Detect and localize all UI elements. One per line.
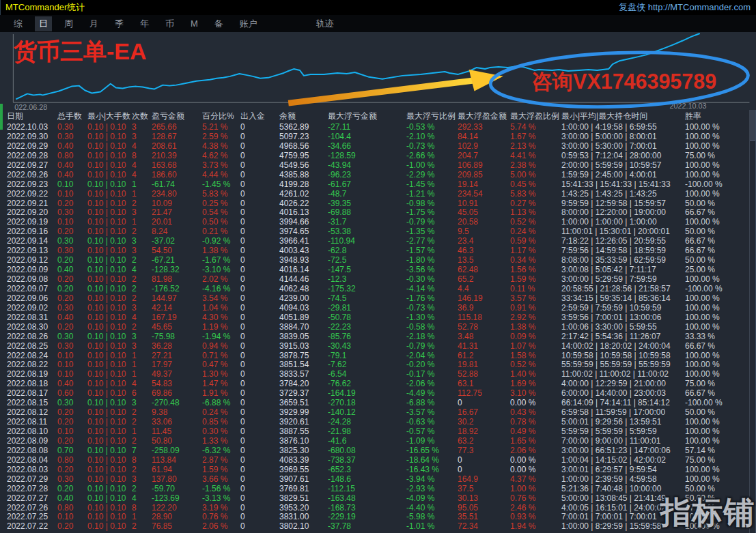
table-row[interactable]: 2022.09.080.200.10 | 0.10281.982.02 %041… [0,275,756,285]
cell: 8 [132,152,152,161]
column-header[interactable]: 盈亏金额 [152,110,202,123]
table-row[interactable]: 2022.07.260.800.10 | 0.108122.203.19 %03… [0,504,756,513]
table-row[interactable]: 2022.10.030.300.10 | 0.103265.665.21 %05… [0,123,756,132]
menu-item-日[interactable]: 日 [35,16,52,31]
vertical-scrollbar[interactable] [749,110,756,533]
table-row[interactable]: 2022.08.260.300.10 | 0.103-75.98-1.94 %0… [0,332,756,342]
table-row[interactable]: 2022.08.100.100.10 | 0.10111.450.30 %038… [0,427,756,437]
table-row[interactable]: 2022.07.290.300.10 | 0.103137.803.66 %03… [0,475,756,485]
table-row[interactable]: 2022.08.300.200.10 | 0.10245.651.19 %038… [0,323,756,332]
menu-item-年[interactable]: 年 [136,16,153,31]
column-header[interactable]: 总手数 [57,110,87,123]
menu-item-币[interactable]: 币 [161,16,178,31]
cell: 28.90 [152,513,202,522]
table-row[interactable]: 2022.08.110.200.10 | 0.10233.060.85 %039… [0,418,756,427]
column-header[interactable]: 最大浮盈金额 [458,110,510,123]
cell: -0.79 % [406,218,458,227]
cell: 100.00 % [685,304,756,313]
cell: 0.20 [57,437,87,446]
cell: 61.2 [458,351,510,361]
table-row[interactable]: 2022.09.060.200.10 | 0.102144.973.54 %04… [0,294,756,304]
column-header[interactable]: 最大浮亏比例 [406,110,458,123]
cell: 30.2 [458,418,510,427]
cell: 0 [240,256,279,265]
table-row[interactable]: 2022.09.260.400.10 | 0.104186.604.44 %04… [0,171,756,180]
table-row[interactable]: 2022.08.240.100.10 | 0.10127.210.71 %038… [0,351,756,361]
cell: -1.09 % [406,437,458,446]
table-row[interactable]: 2022.09.200.300.10 | 0.10321.470.54 %040… [0,208,756,218]
table-row[interactable]: 2022.07.250.100.10 | 0.10128.900.76 %038… [0,513,756,522]
cell: 3 [132,304,152,313]
column-header[interactable]: 胜率 [685,110,756,123]
menu-item-周[interactable]: 周 [60,16,77,31]
cell: 0.10 | 0.10 [87,522,132,532]
cell: 0.10 | 0.10 [87,437,132,446]
table-row[interactable]: 2022.08.190.100.10 | 0.10149.371.30 %038… [0,370,756,379]
column-header[interactable]: 最小|大手数 [87,110,132,123]
cell: 0.10 | 0.10 [87,294,132,304]
cell: 66.67 % [685,237,756,246]
menu-item-季[interactable]: 季 [111,16,128,31]
table-row[interactable]: 2022.08.120.200.10 | 0.1029.380.24 %0392… [0,408,756,418]
table-row[interactable]: 2022.09.130.300.10 | 0.10354.501.38 %040… [0,246,756,256]
cell: 3769.81 [279,485,328,494]
column-header[interactable]: 百分比% [202,110,240,123]
table-row[interactable]: 2022.09.300.300.10 | 0.103128.672.59 %05… [0,132,756,142]
table-row[interactable]: 2022.08.180.400.10 | 0.10454.831.47 %037… [0,379,756,389]
brand-link[interactable]: 复盘侠 http://MTCommander.com [619,1,756,14]
cell: 2 [132,465,152,475]
column-header[interactable]: 最大浮盈比例 [510,110,561,123]
menu-item-M[interactable]: M [186,17,202,30]
cell: 2022.09.28 [7,152,57,161]
table-row[interactable]: 2022.08.040.800.10 | 0.108113.842.87 %04… [0,456,756,465]
table-row[interactable]: 2022.08.090.200.10 | 0.10250.801.33 %038… [0,437,756,446]
cell: 0.30 [57,332,87,342]
table-row[interactable]: 2022.07.270.400.10 | 0.104-123.69-3.13 %… [0,494,756,504]
table-row[interactable]: 2022.08.220.100.10 | 0.10117.970.47 %038… [0,360,756,370]
table-row[interactable]: 2022.09.020.300.10 | 0.10342.141.04 %040… [0,304,756,313]
table-row[interactable]: 2022.08.250.300.10 | 0.10336.280.94 %039… [0,342,756,351]
table-row[interactable]: 2022.09.210.200.10 | 0.10210.090.25 %040… [0,199,756,209]
column-header[interactable]: 余额 [279,110,328,123]
table-row[interactable]: 2022.09.190.100.10 | 0.10120.010.50 %039… [0,218,756,227]
table-row[interactable]: 2022.08.080.700.10 | 0.107-258.09-6.32 %… [0,446,756,456]
cell: -1.30 % [406,313,458,323]
table-row[interactable]: 2022.09.220.100.10 | 0.101234.805.83 %04… [0,190,756,199]
menu-item-账户[interactable]: 账户 [236,16,262,31]
scrollbar-thumb[interactable] [750,110,755,141]
cell: 2022.09.13 [7,246,57,256]
table-row[interactable]: 2022.08.170.600.10 | 0.10669.861.91 %037… [0,389,756,399]
table-row[interactable]: 2022.09.120.200.10 | 0.102-67.21-1.67 %0… [0,256,756,265]
table-row[interactable]: 2022.09.090.400.10 | 0.104-128.32-3.10 %… [0,265,756,275]
cell: 50.00 % [685,227,756,237]
table-row[interactable]: 2022.09.070.200.10 | 0.102-176.52-4.16 %… [0,285,756,294]
table-row[interactable]: 2022.09.160.200.10 | 0.1028.240.21 %0397… [0,227,756,237]
column-header[interactable]: 最小|平均|最大持仓时间 [561,110,685,123]
table-row[interactable]: 2022.07.280.200.10 | 0.102-59.70-1.56 %0… [0,485,756,494]
cell: 0.30 [57,246,87,256]
menu-item-月[interactable]: 月 [85,16,102,31]
column-header[interactable]: 最大浮亏金额 [328,110,406,123]
table-row[interactable]: 2022.08.030.200.10 | 0.10261.941.59 %039… [0,465,756,475]
menu-item-备[interactable]: 备 [210,16,227,31]
cell: 66:14:09 | 74:14:11 | 85:14:12 [561,399,685,408]
menu-item-轨迹[interactable]: 轨迹 [312,16,338,31]
table-row[interactable]: 2022.08.310.400.10 | 0.104167.194.30 %04… [0,313,756,323]
cell: -3.57 % [406,408,458,418]
table-row[interactable]: 2022.09.140.300.10 | 0.103-37.02-0.92 %0… [0,237,756,246]
cell: -2.29 % [406,171,458,180]
cell: 0.20 [57,323,87,332]
column-header[interactable]: 出入金 [240,110,279,123]
cell: 0.20 [57,485,87,494]
table-row[interactable]: 2022.09.290.400.10 | 0.104208.614.38 %04… [0,142,756,152]
table-row[interactable]: 2022.09.280.800.10 | 0.108210.394.62 %04… [0,152,756,161]
table-row[interactable]: 2022.08.150.300.10 | 0.103-270.48-6.88 %… [0,399,756,408]
table-row[interactable]: 2022.07.220.200.10 | 0.10276.852.06 %038… [0,522,756,532]
cell: 0.10 | 0.10 [87,446,132,456]
app-title: MTCommander统计 [1,1,85,14]
table-row[interactable]: 2022.09.230.100.10 | 0.101-61.74-1.45 %0… [0,180,756,190]
column-header[interactable]: 次数 [132,110,152,123]
table-row[interactable]: 2022.09.270.400.10 | 0.104163.683.73 %04… [0,161,756,171]
menu-item-综[interactable]: 综 [10,16,27,31]
column-header[interactable]: 日期 [7,110,57,123]
